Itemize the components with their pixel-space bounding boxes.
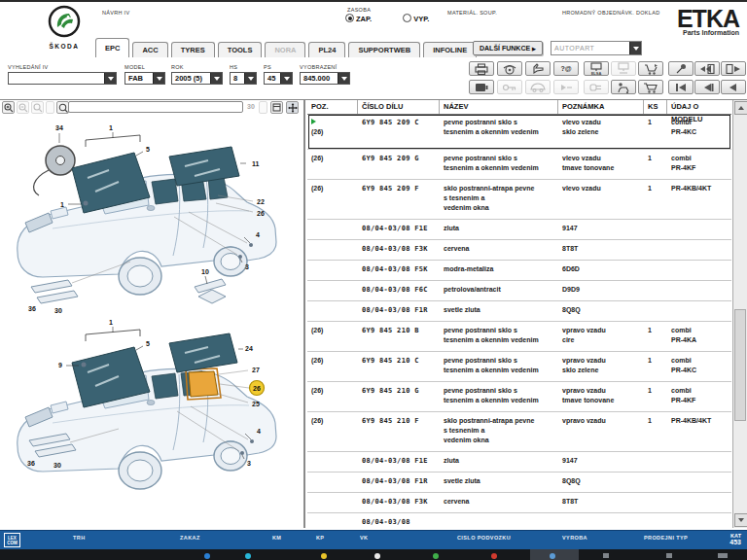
table-row[interactable]: (26)6Y9 845 210 Bpevne postranni sklo st… [307, 322, 731, 352]
tab-supportweb[interactable]: SUPPORTWEB [348, 42, 420, 57]
cell-part: 6Y9 845 209 F [358, 180, 440, 219]
column-header-nazev[interactable]: NÁZEV [440, 100, 558, 114]
print-button[interactable] [469, 61, 494, 76]
nav-previous-button[interactable] [721, 80, 746, 94]
rear-window-glass[interactable] [169, 147, 239, 186]
table-row[interactable]: 08/04-03/08 F6Cpetrolova/antracitD9D9 [307, 281, 731, 301]
dalsi-funkce-button[interactable]: DALŠÍ FUNKCE ▶ [473, 41, 543, 55]
autopart-dropdown[interactable]: AUTOPART [551, 41, 642, 55]
hand-pointer-button[interactable] [525, 61, 551, 76]
model-dropdown-button[interactable] [153, 73, 164, 84]
pin-button[interactable] [668, 61, 694, 76]
taskbar-app-icon[interactable] [374, 553, 380, 559]
table-row[interactable]: 08/04-03/08 F1Rsvetle zluta8Q8Q [307, 301, 731, 322]
vyhledani-dropdown-button[interactable] [104, 73, 116, 84]
selected-row-marker-icon [311, 119, 316, 124]
diagram-top-car[interactable]: 34 1 1 5 11 22 26 4 3 36 30 10 [4, 120, 301, 314]
tab-tools[interactable]: TOOLS [218, 42, 263, 57]
diagram-bottom-car[interactable]: 9 1 5 24 27 26 25 4 3 36 30 [4, 314, 301, 526]
active-app-segment[interactable] [530, 549, 579, 560]
vyhledani-value[interactable] [9, 73, 104, 84]
scroll-up-button[interactable] [734, 101, 747, 115]
column-header-poznamka[interactable]: POZNÁMKA [558, 100, 644, 114]
tab-tyres[interactable]: TYRES [171, 42, 215, 57]
image-search-input[interactable] [68, 101, 243, 113]
scrollbar-thumb[interactable] [734, 309, 746, 421]
hs-label: HS [230, 64, 237, 70]
shopping-cart-button[interactable] [638, 80, 663, 94]
zoom-in-button[interactable] [2, 101, 15, 114]
ps-combo[interactable]: 45 [264, 72, 293, 85]
autopart-dropdown-button[interactable] [629, 42, 641, 54]
table-row[interactable]: (26)6Y9 845 210 Gpevne postranni sklo st… [307, 382, 731, 412]
nav-first-button[interactable] [668, 80, 694, 94]
table-row[interactable]: 08/04-03/08 [307, 513, 731, 528]
previous-illustration-button[interactable] [694, 61, 720, 76]
svg-text:30: 30 [54, 307, 62, 314]
module-button[interactable] [469, 80, 494, 94]
help-at-icon: ?@ [560, 65, 571, 72]
menu-navrh-iv[interactable]: NÁVRH IV [102, 10, 129, 16]
table-row[interactable]: 08/04-03/08 F3Kcervena8T8T [307, 493, 731, 513]
model-combo[interactable]: FAB [124, 72, 165, 85]
taskbar-app-icon[interactable] [245, 553, 251, 559]
column-header-ks[interactable]: KS [644, 100, 667, 114]
column-header-poz[interactable]: POZ. [307, 100, 358, 114]
next-illustration-button[interactable] [721, 61, 746, 76]
vyhledani-combo[interactable] [8, 72, 117, 85]
table-row[interactable]: (26)6Y9 845 209 Gpevne postranni sklo st… [307, 150, 731, 180]
column-header-udaj-o-modelu[interactable]: ÚDAJ O MODELU [667, 100, 731, 114]
nav-previous-group-button[interactable] [694, 80, 720, 94]
table-row[interactable]: (26)6Y9 845 209 Cpevne postranni sklo st… [307, 114, 731, 150]
tab-nora[interactable]: NORA [265, 42, 305, 57]
cell-pos: (26) [307, 412, 358, 451]
windows-taskbar[interactable] [0, 549, 747, 560]
tray-icon[interactable] [666, 553, 672, 558]
taskbar-app-icon[interactable] [433, 553, 439, 559]
highlighted-quarter-window[interactable] [186, 368, 221, 400]
cell-model [667, 493, 731, 512]
rok-combo[interactable]: 2005 (5) [171, 72, 223, 85]
taskbar-app-icon[interactable] [321, 553, 327, 559]
tab-pl24[interactable]: PL24 [308, 42, 345, 57]
radio-vyp[interactable] [403, 14, 411, 22]
tray-icon[interactable] [603, 553, 609, 558]
taskbar-active-app-icon[interactable] [550, 553, 555, 559]
tab-infoline[interactable]: INFOLINE [423, 42, 477, 57]
radio-zap[interactable] [345, 14, 354, 22]
hs-combo[interactable]: 8 [230, 72, 257, 85]
hs-dropdown-button[interactable] [244, 73, 256, 84]
table-row[interactable]: 08/04-03/08 F1Ezluta9147 [307, 220, 731, 240]
table-row[interactable]: 08/04-03/08 F1Ezluta9147 [307, 452, 731, 472]
table-row[interactable]: (26)6Y9 845 210 Cpevne postranni sklo st… [307, 352, 731, 382]
table-row[interactable]: 08/04-03/08 F3Kcervena8T8T [307, 240, 731, 261]
rok-dropdown-button[interactable] [210, 73, 222, 84]
rear-window-glass[interactable] [169, 333, 237, 372]
table-row[interactable]: (26)6Y9 845 210 Fsklo postranni-atrapa p… [307, 412, 731, 452]
customer-service-button[interactable] [611, 80, 636, 94]
order-cart-button[interactable] [638, 61, 663, 76]
vyobrazeni-dropdown-button[interactable] [338, 73, 349, 84]
taskbar-app-icon[interactable] [204, 553, 210, 559]
cell-ks [644, 472, 667, 492]
table-row[interactable]: 08/04-03/08 F5Kmodra-metaliza6D6D [307, 261, 731, 281]
menu-hromadny[interactable]: HROMADNÝ OBJEDNÁVK. DOKLAD [562, 10, 659, 16]
window-layout-button[interactable] [270, 101, 283, 114]
pan-button[interactable] [286, 101, 299, 114]
table-scrollbar[interactable] [732, 100, 747, 528]
elsa-button[interactable]: ELSA [584, 61, 609, 76]
table-row[interactable]: (26)6Y9 845 209 Fsklo postranni-atrapa p… [307, 180, 731, 220]
scroll-down-button[interactable] [734, 513, 747, 527]
menu-material[interactable]: MATERIÁL. SOUP. [447, 10, 497, 16]
vyobrazeni-combo[interactable]: 845.000 [300, 72, 350, 85]
phone-button[interactable] [497, 61, 522, 76]
tab-epc[interactable]: EPC [95, 38, 129, 57]
svg-text:30: 30 [53, 462, 61, 469]
help-contact-button[interactable]: ?@ [553, 61, 579, 76]
tab-acc[interactable]: ACC [132, 42, 167, 57]
column-header-cislo-dilu[interactable]: ČÍSLO DÍLU [358, 100, 440, 114]
table-row[interactable]: 08/04-03/08 F1Rsvetle zluta8Q8Q [307, 472, 731, 493]
taskbar-app-icon[interactable] [491, 553, 497, 559]
ps-dropdown-button[interactable] [280, 73, 292, 84]
zoom-mode-button [46, 101, 54, 114]
